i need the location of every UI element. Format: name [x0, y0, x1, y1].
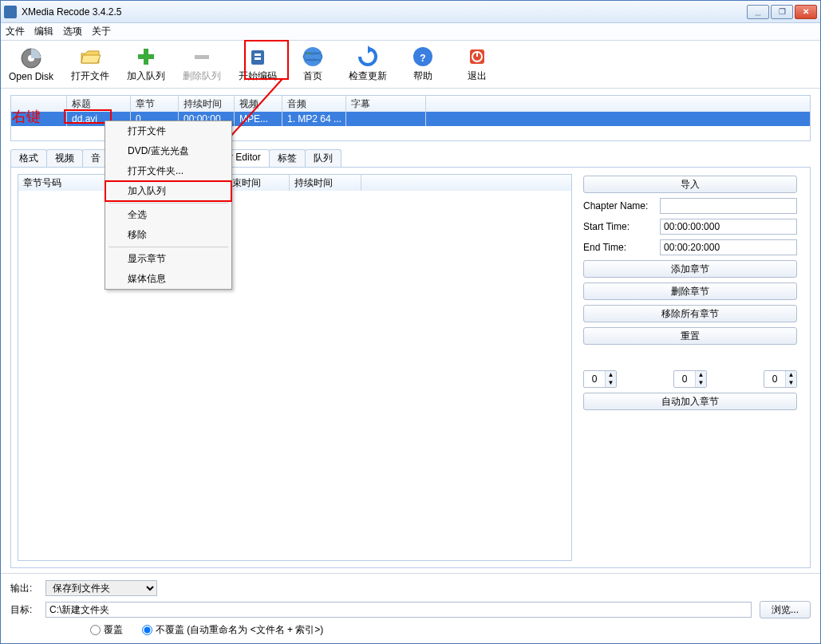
overwrite-radio[interactable]: 覆盖	[90, 623, 123, 637]
col-chapter[interactable]: 章节	[131, 96, 179, 112]
check-update-button[interactable]: 检查更新	[349, 45, 387, 83]
folder-open-icon	[79, 45, 101, 68]
help-button[interactable]: ? 帮助	[405, 45, 441, 83]
ctx-open-folder[interactable]: 打开文件夹...	[105, 161, 231, 181]
open-file-label: 打开文件	[71, 69, 109, 83]
target-path-input[interactable]	[45, 602, 752, 618]
col-title[interactable]: 标题	[67, 96, 131, 112]
exit-button[interactable]: 退出	[459, 45, 495, 83]
start-encode-button[interactable]: 开始编码	[239, 45, 277, 83]
gh-duration[interactable]: 持续时间	[290, 175, 361, 191]
spinner-2[interactable]: ▲▼	[673, 370, 707, 388]
down-arrow-icon[interactable]: ▼	[695, 379, 706, 387]
chapter-grid-body[interactable]	[18, 191, 571, 560]
homepage-button[interactable]: 首页	[294, 45, 331, 83]
up-arrow-icon[interactable]: ▲	[785, 371, 796, 379]
row-video: MPE...	[235, 112, 282, 126]
file-list-header: 标题 章节 持续时间 视频 音频 字幕	[11, 96, 810, 112]
spinner-1-input[interactable]	[584, 373, 605, 385]
ctx-media-info[interactable]: 媒体信息	[105, 269, 231, 289]
spinner-3-input[interactable]	[764, 373, 785, 385]
start-time-input[interactable]	[660, 219, 797, 235]
context-menu: 打开文件 DVD/蓝光光盘 打开文件夹... 加入队列 全选 移除 显示章节 媒…	[105, 121, 232, 290]
browse-button[interactable]: 浏览...	[760, 601, 811, 618]
col-subtitle[interactable]: 字幕	[346, 96, 426, 112]
add-queue-label: 加入队列	[127, 69, 165, 83]
open-file-button[interactable]: 打开文件	[71, 45, 109, 83]
add-chapter-button[interactable]: 添加章节	[583, 260, 797, 278]
bottom-panel: 输出: 保存到文件夹 目标: 浏览... 覆盖 不覆盖 (自动重命名为 <文件名…	[1, 573, 820, 643]
svg-rect-3	[138, 54, 154, 59]
down-arrow-icon[interactable]: ▼	[785, 379, 796, 387]
close-button[interactable]	[795, 5, 817, 19]
add-queue-button[interactable]: 加入队列	[127, 45, 165, 83]
power-icon	[466, 45, 488, 68]
reset-button[interactable]: 重置	[583, 327, 797, 345]
open-disk-button[interactable]: Open Disk	[9, 47, 53, 82]
spinner-1[interactable]: ▲▼	[583, 370, 617, 388]
menu-file[interactable]: 文件	[6, 25, 25, 38]
delete-chapter-button[interactable]: 删除章节	[583, 282, 797, 300]
up-arrow-icon[interactable]: ▲	[605, 371, 616, 379]
up-arrow-icon[interactable]: ▲	[695, 371, 706, 379]
app-icon	[4, 6, 17, 18]
output-mode-select[interactable]: 保存到文件夹	[45, 580, 157, 596]
ctx-select-all[interactable]: 全选	[105, 205, 231, 225]
end-time-label: End Time:	[583, 242, 655, 253]
ctx-show-chapter[interactable]: 显示章节	[105, 249, 231, 269]
ctx-open-file[interactable]: 打开文件	[105, 121, 231, 141]
no-overwrite-radio[interactable]: 不覆盖 (自动重命名为 <文件名 + 索引>)	[142, 623, 323, 637]
minus-icon	[191, 45, 213, 68]
row-audio: 1. MP2 64 ...	[282, 112, 346, 126]
svg-text:?: ?	[420, 53, 425, 64]
plus-icon	[135, 45, 157, 68]
col-duration[interactable]: 持续时间	[179, 96, 235, 112]
import-button[interactable]: 导入	[583, 176, 797, 193]
ctx-separator	[109, 203, 228, 203]
menu-options[interactable]: 选项	[63, 25, 82, 38]
window-title: XMedia Recode 3.4.2.5	[22, 6, 747, 18]
output-label: 输出:	[10, 582, 37, 595]
remove-queue-button[interactable]: 删除队列	[183, 45, 221, 83]
file-list-blank-col[interactable]	[11, 96, 67, 112]
menubar: 文件 编辑 选项 关于	[1, 23, 820, 41]
tab-format[interactable]: 格式	[10, 149, 47, 167]
down-arrow-icon[interactable]: ▼	[605, 379, 616, 387]
auto-add-chapter-button[interactable]: 自动加入章节	[583, 393, 797, 410]
minimize-button[interactable]	[747, 5, 769, 19]
menu-about[interactable]: 关于	[92, 25, 111, 38]
end-time-input[interactable]	[660, 239, 797, 255]
ctx-dvd-bluray[interactable]: DVD/蓝光光盘	[105, 141, 231, 161]
window: XMedia Recode 3.4.2.5 文件 编辑 选项 关于 Open D…	[0, 0, 821, 644]
chapter-grid-header: 章节号码 结束时间 持续时间	[18, 175, 571, 191]
check-update-label: 检查更新	[349, 69, 387, 83]
start-time-label: Start Time:	[583, 221, 655, 232]
target-label: 目标:	[10, 603, 37, 617]
gh-chapter-no[interactable]: 章节号码	[18, 175, 106, 191]
tab-video[interactable]: 视频	[46, 149, 83, 167]
svg-rect-4	[195, 55, 209, 59]
help-label: 帮助	[413, 69, 432, 83]
remove-all-chapters-button[interactable]: 移除所有章节	[583, 305, 797, 322]
menu-edit[interactable]: 编辑	[34, 25, 53, 38]
titlebar: XMedia Recode 3.4.2.5	[1, 1, 820, 23]
ctx-remove[interactable]: 移除	[105, 225, 231, 245]
chapter-name-input[interactable]	[660, 198, 797, 214]
homepage-label: 首页	[303, 69, 322, 83]
refresh-icon	[357, 45, 379, 68]
disc-icon	[20, 47, 42, 69]
tab-tags[interactable]: 标签	[269, 149, 306, 167]
maximize-button[interactable]	[771, 5, 793, 19]
remove-queue-label: 删除队列	[183, 69, 221, 83]
tab-queue[interactable]: 队列	[305, 149, 341, 167]
col-audio[interactable]: 音频	[282, 96, 346, 112]
ctx-add-queue[interactable]: 加入队列	[105, 181, 231, 201]
gh-spacer	[361, 175, 571, 191]
svg-rect-7	[255, 57, 261, 60]
spinner-2-input[interactable]	[674, 373, 695, 385]
start-encode-label: 开始编码	[239, 69, 277, 83]
col-video[interactable]: 视频	[235, 96, 282, 112]
spinner-3[interactable]: ▲▼	[764, 370, 797, 388]
svg-rect-6	[255, 53, 261, 56]
help-icon: ?	[412, 45, 434, 68]
